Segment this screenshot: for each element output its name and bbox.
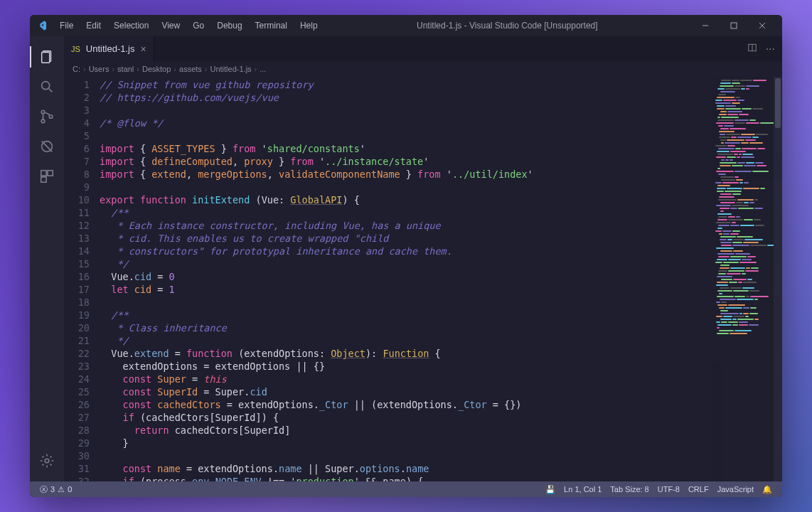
minimize-button[interactable] [691, 15, 720, 36]
scrollbar[interactable] [774, 77, 782, 481]
more-actions-icon[interactable]: ··· [766, 43, 775, 55]
status-feedback-icon[interactable]: 🔔 [758, 485, 776, 494]
menu-edit[interactable]: Edit [80, 18, 107, 33]
svg-point-8 [41, 110, 45, 114]
breadcrumb-segment[interactable]: ... [260, 65, 266, 73]
chevron-right-icon: › [83, 65, 86, 73]
code-content[interactable]: // Snippet from vue github repository// … [100, 77, 782, 481]
breadcrumb-segment[interactable]: Desktop [142, 65, 171, 73]
menu-terminal[interactable]: Terminal [250, 18, 293, 33]
svg-point-16 [45, 459, 49, 463]
svg-rect-5 [42, 53, 50, 63]
tab-close-icon[interactable]: × [140, 43, 146, 55]
error-icon: ⓧ [40, 484, 48, 495]
svg-rect-13 [41, 171, 46, 176]
menu-selection[interactable]: Selection [108, 18, 154, 33]
scroll-thumb[interactable] [775, 78, 781, 128]
minimap[interactable] [711, 77, 782, 481]
breadcrumb-segment[interactable]: Untitled-1.js [210, 65, 252, 73]
svg-point-10 [49, 115, 53, 119]
activity-search-icon[interactable] [30, 72, 64, 102]
line-numbers: 1234567891011121314151617181920212223242… [64, 77, 100, 481]
breadcrumb-segment[interactable]: Users [89, 65, 109, 73]
editor-area: JS Untitled-1.js × ··· C:›Users›stanl›De… [64, 36, 782, 481]
window-title: Untitled-1.js - Visual Studio Code [Unsu… [324, 21, 691, 31]
svg-rect-1 [731, 23, 737, 28]
code-editor[interactable]: 1234567891011121314151617181920212223242… [64, 77, 782, 481]
vscode-logo-icon [36, 19, 48, 32]
activity-settings-icon[interactable] [30, 446, 64, 476]
activity-explorer-icon[interactable] [30, 42, 64, 72]
status-cursor[interactable]: Ln 1, Col 1 [560, 485, 606, 494]
activity-extensions-icon[interactable] [30, 161, 64, 191]
activity-debug-icon[interactable] [30, 132, 64, 161]
breadcrumb[interactable]: C:›Users›stanl›Desktop›assets›Untitled-1… [64, 61, 782, 77]
split-editor-icon[interactable] [747, 43, 757, 55]
vscode-window: FileEditSelectionViewGoDebugTerminalHelp… [30, 15, 782, 497]
svg-point-6 [42, 82, 50, 90]
editor-actions: ··· [747, 36, 782, 61]
status-encoding[interactable]: UTF-8 [653, 485, 684, 494]
js-file-icon: JS [71, 45, 80, 53]
chevron-right-icon: › [137, 65, 139, 73]
status-problems[interactable]: ⓧ3 ⚠0 [36, 484, 76, 495]
menu-debug[interactable]: Debug [211, 18, 247, 33]
svg-rect-14 [48, 171, 53, 176]
status-tabsize[interactable]: Tab Size: 8 [606, 485, 653, 494]
chevron-right-icon: › [173, 65, 176, 73]
menu-file[interactable]: File [54, 18, 79, 33]
menu-view[interactable]: View [156, 18, 186, 33]
maximize-button[interactable] [720, 15, 748, 36]
main-area: JS Untitled-1.js × ··· C:›Users›stanl›De… [30, 36, 782, 481]
chevron-right-icon: › [112, 65, 114, 73]
menu-help[interactable]: Help [294, 18, 324, 33]
status-eol[interactable]: CRLF [684, 485, 713, 494]
svg-line-7 [49, 89, 53, 92]
chevron-right-icon: › [255, 65, 257, 73]
activity-bar [30, 36, 64, 481]
breadcrumb-segment[interactable]: C: [73, 65, 80, 73]
titlebar: FileEditSelectionViewGoDebugTerminalHelp… [30, 15, 782, 36]
status-disk-icon[interactable]: 💾 [541, 485, 560, 494]
close-button[interactable] [748, 15, 776, 36]
warning-count: 0 [68, 485, 72, 494]
activity-scm-icon[interactable] [30, 102, 64, 132]
svg-point-9 [41, 119, 45, 123]
menu-go[interactable]: Go [187, 18, 210, 33]
editor-tabs: JS Untitled-1.js × ··· [64, 36, 782, 61]
breadcrumb-segment[interactable]: assets [179, 65, 202, 73]
status-bar: ⓧ3 ⚠0 💾 Ln 1, Col 1 Tab Size: 8 UTF-8 CR… [30, 481, 782, 497]
breadcrumb-segment[interactable]: stanl [117, 65, 134, 73]
window-controls [691, 15, 776, 36]
status-language[interactable]: JavaScript [713, 485, 758, 494]
tab-filename: Untitled-1.js [86, 43, 135, 54]
warning-icon: ⚠ [58, 485, 65, 494]
chevron-right-icon: › [205, 65, 208, 73]
menu-bar: FileEditSelectionViewGoDebugTerminalHelp [54, 18, 324, 33]
svg-rect-15 [41, 177, 46, 182]
error-count: 3 [50, 485, 55, 494]
tab-untitled-1[interactable]: JS Untitled-1.js × [64, 36, 154, 61]
